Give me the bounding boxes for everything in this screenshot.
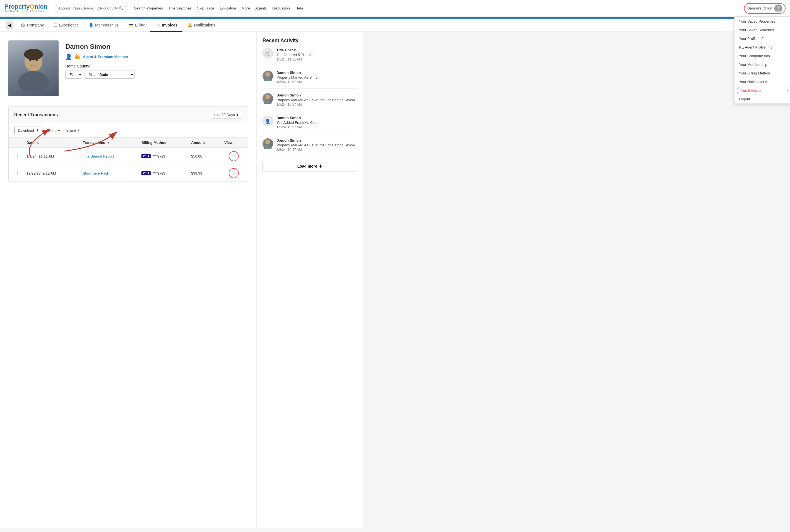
avatar-icon — [263, 93, 273, 104]
avatar-icon — [263, 71, 273, 81]
row1-transaction-link[interactable]: Title Search Report — [83, 154, 114, 158]
transactions-table: Date ⇅ Transactions ⇅ Billing Method Amo… — [8, 138, 248, 182]
logo-text: PropertyOnion — [4, 4, 49, 10]
svg-point-3 — [18, 71, 49, 91]
tab-experience-label: Experience — [59, 23, 79, 27]
county-select[interactable]: Miami Dade Broward Palm Beach — [84, 71, 135, 79]
dropdown-agent-profile[interactable]: RE Agent Profile Info — [734, 43, 790, 52]
dropdown-notifications[interactable]: Your Notifications — [734, 77, 790, 86]
row2-checkbox[interactable] — [13, 171, 18, 175]
table-row: 12/22/23, 9:12 AM Skip Trace Pack VISA *… — [8, 165, 248, 182]
activity-name: Damon Simon — [277, 71, 357, 75]
transactions-header: Recent Transactions Last 30 Days ▾ — [8, 107, 248, 123]
row2-transaction-link[interactable]: Skip Trace Pack — [83, 171, 109, 175]
row1-transaction: Title Search Report — [78, 148, 137, 165]
document-icon: 📄 — [231, 171, 236, 175]
state-select[interactable]: FL CA TX — [65, 71, 82, 79]
row1-view-button[interactable]: 📄 — [229, 151, 239, 161]
tab-company[interactable]: 🏢 Company — [16, 19, 49, 32]
dropdown-saved-properties[interactable]: Your Saved Properties — [734, 17, 790, 26]
share-button[interactable]: Share ⤴ — [67, 127, 80, 134]
activity-desc: Property Marked As Simon — [277, 75, 357, 79]
nav-skip-trace[interactable]: Skip Trace — [197, 6, 214, 10]
row2-view-cell: 📄 — [220, 165, 248, 182]
activity-name: Title Check — [277, 48, 357, 52]
county-selects: FL CA TX Miami Dade Broward Palm Beach — [65, 71, 135, 79]
date-filter[interactable]: Last 30 Days ▾ — [210, 111, 242, 118]
notifications-icon: 🔔 — [187, 23, 192, 27]
tab-notifications[interactable]: 🔔 Notifications — [183, 19, 220, 32]
dropdown-invoices[interactable]: Your Invoices — [737, 87, 788, 94]
main-layout: Damon Simon 👤 👑 Agent & Premium Member H… — [0, 32, 790, 528]
row2-date: 12/22/23, 9:12 AM — [22, 165, 78, 182]
activity-item: Damon Simon Property Marked As Favourite… — [263, 138, 357, 156]
transactions-column-header[interactable]: Transactions ⇅ — [78, 138, 137, 148]
dropdown-saved-searches[interactable]: Your Saved Searches — [734, 26, 790, 34]
transactions-section: Recent Transactions Last 30 Days ▾ Downl… — [8, 106, 248, 182]
activity-time: 1/5/24, 11:11 AM — [277, 57, 357, 61]
dropdown-membership[interactable]: Your Membership — [734, 60, 790, 69]
user-dropdown-menu: Your Saved Properties Your Saved Searche… — [734, 17, 790, 104]
activity-time: 1/5/24, 10:57 AM — [277, 80, 357, 84]
load-more-button[interactable]: Load more ⬇ — [263, 161, 357, 171]
search-input[interactable] — [58, 6, 119, 10]
activity-desc: Property Marked As Favourite For Damon S… — [277, 98, 357, 102]
activity-item: 🛒 Title Check You Ordered 5 Title C... 1… — [263, 48, 357, 66]
activity-item: Damon Simon Property Marked As Favourite… — [263, 93, 357, 111]
row1-visa-chip: VISA ****9723 — [142, 154, 165, 158]
print-button[interactable]: Print 🖨 — [48, 127, 61, 134]
nav-links: Search Properties Title Searches Skip Tr… — [134, 6, 744, 10]
row1-checkbox[interactable] — [13, 154, 18, 158]
transactions-sort-icon: ⇅ — [107, 141, 109, 145]
nav-agents[interactable]: Agents — [256, 6, 267, 10]
load-more-label: Load more — [297, 164, 317, 168]
avatar — [774, 4, 782, 12]
activity-content: Damon Simon Property Marked As Favourite… — [277, 93, 357, 107]
download-button[interactable]: Download ⬇ — [14, 127, 42, 134]
experience-icon: ☰ — [54, 23, 57, 27]
right-panel: Recent Activity 🛒 Title Check You Ordere… — [257, 32, 363, 528]
svg-point-12 — [266, 95, 270, 99]
tab-memberships[interactable]: 👤 Memberships — [84, 19, 124, 32]
nav-help[interactable]: Help — [296, 6, 303, 10]
logo[interactable]: PropertyOnion Peel Back the Layers of Re… — [4, 4, 49, 13]
date-column-header[interactable]: Date ⇅ — [22, 138, 78, 148]
activity-item: Damon Simon Property Marked As Simon 1/5… — [263, 71, 357, 89]
dropdown-billing-method[interactable]: Your Billing Method — [734, 69, 790, 77]
invoices-icon: 📄 — [155, 23, 160, 27]
tab-invoices-label: Invoices — [162, 23, 177, 27]
row2-amount: $99.99 — [187, 165, 220, 182]
profile-badges: 👤 👑 Agent & Premium Member — [65, 53, 135, 60]
tab-experience[interactable]: ☰ Experience — [49, 19, 84, 32]
user-menu-button[interactable]: Damon's Onion — [744, 3, 786, 14]
date-sort-icon: ⇅ — [37, 141, 39, 145]
nav-education[interactable]: Education — [220, 6, 236, 10]
search-bar[interactable]: 🔍 — [55, 5, 127, 12]
download-label: Download — [18, 128, 34, 132]
nav-title-searches[interactable]: Title Searches — [169, 6, 192, 10]
tab-billing[interactable]: 💳 Billing — [124, 19, 150, 32]
table-row: 1/5/24, 11:11 AM Title Search Report VIS… — [8, 148, 248, 165]
nav-search-properties[interactable]: Search Properties — [134, 6, 163, 10]
tab-billing-label: Billing — [135, 23, 145, 27]
tab-notifications-label: Notifications — [194, 23, 215, 27]
dropdown-logout[interactable]: Logout — [734, 95, 790, 103]
row1-view-cell: 📄 — [220, 148, 248, 165]
row2-view-button[interactable]: 📄 — [229, 168, 239, 178]
dropdown-company-info[interactable]: Your Company Info — [734, 52, 790, 60]
nav-discussion[interactable]: Discussion — [272, 6, 290, 10]
activity-content: Damon Simon You Added Frank As Client 1/… — [277, 116, 357, 129]
profile-info: Damon Simon 👤 👑 Agent & Premium Member H… — [65, 40, 135, 79]
transactions-title: Recent Transactions — [14, 112, 58, 117]
print-icon: 🖨 — [57, 128, 61, 132]
activity-time: 1/5/24, 10:57 AM — [277, 102, 357, 107]
nav-more[interactable]: More — [242, 6, 250, 10]
row2-visa-chip: VISA ****9723 — [142, 171, 165, 175]
memberships-icon: 👤 — [89, 23, 93, 27]
person-icon: 👤 — [263, 116, 273, 126]
visa-icon: VISA — [142, 154, 151, 158]
dropdown-profile-info[interactable]: Your Profile Info — [734, 34, 790, 43]
tab-invoices[interactable]: 📄 Invoices — [150, 19, 183, 32]
chevron-down-icon: ⬇ — [319, 164, 322, 168]
sub-nav-toggle[interactable]: ◀ — [5, 21, 13, 29]
